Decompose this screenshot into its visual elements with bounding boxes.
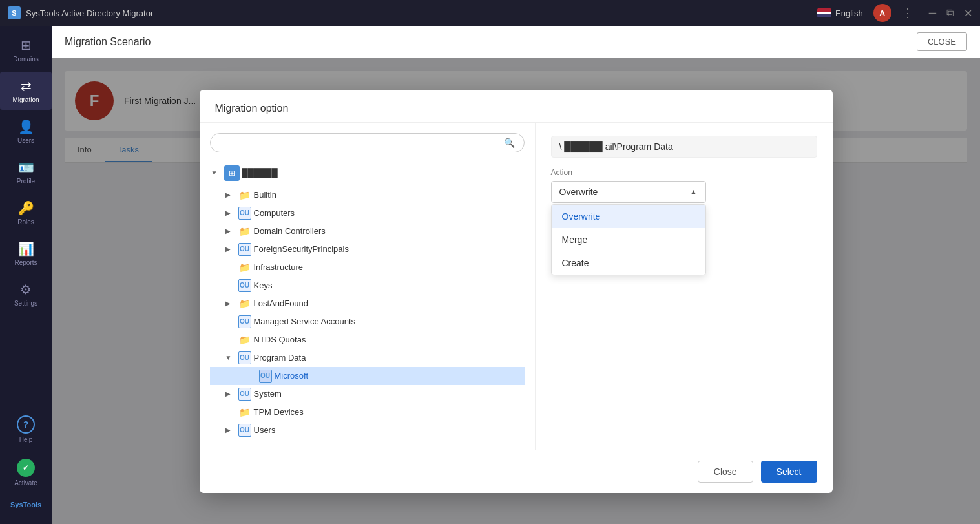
sidebar-item-reports-label: Reports [14,259,37,266]
sidebar-item-help-label: Help [19,436,33,443]
dialog-close-button[interactable]: Close [698,461,753,483]
close-scenario-button[interactable]: CLOSE [917,32,967,51]
tree-node-microsoft[interactable]: ▶ OU Microsoft [210,367,525,385]
tree-node-system[interactable]: ▶ OU System [210,385,525,403]
action-section: Action Overwrite ▲ Overwrite Merge [551,168,817,203]
tree-node-computers[interactable]: ▶ OU Computers [210,204,525,222]
tree-root-label: ██████ [242,168,278,178]
right-panel: \ ██████ ail\Program Data Action Overwri… [536,123,833,450]
tree-search-box[interactable]: 🔍 [210,133,525,152]
user-avatar[interactable]: A [873,4,891,22]
tpm-devices-label: TPM Devices [254,407,523,417]
lost-found-chevron[interactable]: ▶ [225,300,236,307]
dropdown-item-create[interactable]: Create [552,251,705,275]
sidebar-item-help[interactable]: ? Help [0,409,52,450]
sidebar-item-roles-label: Roles [17,218,34,225]
sidebar-item-profile-label: Profile [17,178,35,185]
tree-node-infrastructure[interactable]: ▶ 📁 Infrastructure [210,258,525,277]
action-dropdown[interactable]: Overwrite ▲ Overwrite Merge Create [551,181,817,203]
tree-node-tpm-devices[interactable]: ▶ 📁 TPM Devices [210,403,525,421]
foreign-security-chevron[interactable]: ▶ [225,246,236,253]
system-label: System [254,389,523,399]
dialog-select-button[interactable]: Select [761,461,817,483]
tree-root-row: ▼ ⊞ ██████ [210,163,525,183]
tree-node-foreign-security[interactable]: ▶ OU ForeignSecurityPrincipals [210,240,525,258]
sidebar-item-users[interactable]: 👤 Users [0,112,52,151]
sidebar-item-settings-label: Settings [14,300,37,307]
system-chevron[interactable]: ▶ [225,390,236,397]
tree-search-input[interactable] [220,138,504,147]
computers-chevron[interactable]: ▶ [225,209,236,216]
dropdown-item-merge[interactable]: Merge [552,228,705,251]
sidebar-item-migration[interactable]: ⇄ Migration [0,72,52,110]
program-data-ou-icon: OU [238,351,251,364]
root-chevron[interactable]: ▼ [211,169,222,176]
tree-node-lost-found[interactable]: ▶ 📁 LostAndFound [210,295,525,313]
users-ou-icon: OU [238,424,251,437]
foreign-security-ou-icon: OU [238,243,251,256]
foreign-security-label: ForeignSecurityPrincipals [254,244,523,254]
users-tree-chevron[interactable]: ▶ [225,426,236,434]
ntds-quotas-folder-icon: 📁 [238,333,251,346]
tree-node-users[interactable]: ▶ OU Users [210,421,525,439]
dropdown-caret-icon: ▲ [690,187,698,196]
path-display: \ ██████ ail\Program Data [551,136,817,158]
main-content: F First Migration J... Info Tasks Migrat… [52,58,980,524]
managed-service-ou-icon: OU [238,315,251,328]
dialog-body: 🔍 ▼ ⊞ ██████ ▶ [200,123,833,450]
main-area: Migration Scenario CLOSE F First Migrati… [52,26,980,524]
sidebar-item-domains[interactable]: ⊞ Domains [0,31,52,69]
dropdown-menu: Overwrite Merge Create [551,204,706,275]
tree-node-program-data[interactable]: ▼ OU Program Data [210,349,525,367]
language-selector[interactable]: English [817,8,863,18]
program-data-label: Program Data [254,353,523,362]
systools-logo: SysTools [8,496,44,514]
sidebar-item-domains-label: Domains [13,56,38,63]
domains-icon: ⊞ [21,37,32,53]
close-window-icon[interactable]: ✕ [964,7,972,19]
tree-node-ntds-quotas[interactable]: ▶ 📁 NTDS Quotas [210,331,525,349]
title-bar-controls: English A ⋮ ─ ⧉ ✕ [817,4,972,22]
dropdown-item-overwrite[interactable]: Overwrite [552,205,705,228]
action-current-value: Overwrite [559,187,598,197]
builtin-chevron[interactable]: ▶ [225,191,236,198]
dialog-header: Migration option [200,90,833,123]
sidebar-item-activate[interactable]: ✔ Activate [0,452,52,493]
sidebar-item-profile[interactable]: 🪪 Profile [0,153,52,191]
domain-controllers-label: Domain Controllers [254,226,523,236]
keys-ou-icon: OU [238,279,251,292]
action-dropdown-trigger[interactable]: Overwrite ▲ [551,181,706,203]
search-icon: 🔍 [504,138,515,148]
language-label: English [835,8,863,18]
sidebar-item-roles[interactable]: 🔑 Roles [0,194,52,232]
microsoft-label: Microsoft [275,371,523,381]
builtin-folder-icon: 📁 [238,189,251,202]
keys-label: Keys [254,280,523,290]
sidebar: ⊞ Domains ⇄ Migration 👤 Users 🪪 Profile … [0,26,52,524]
root-icon: ⊞ [224,165,240,181]
infrastructure-label: Infrastructure [254,262,523,272]
domain-controllers-chevron[interactable]: ▶ [225,227,236,235]
flag-icon [817,8,831,17]
app-title: SysTools Active Directory Migrator [26,8,812,18]
program-data-chevron[interactable]: ▼ [225,354,236,361]
managed-service-label: Managed Service Accounts [254,317,523,326]
dialog-title: Migration option [215,103,289,114]
minimize-icon[interactable]: ─ [929,7,936,19]
system-ou-icon: OU [238,388,251,401]
ntds-quotas-label: NTDS Quotas [254,335,523,344]
migration-icon: ⇄ [21,78,32,94]
tree-node-builtin[interactable]: ▶ 📁 Builtin [210,186,525,204]
menu-dots-icon[interactable]: ⋮ [902,6,913,20]
tree-node-keys[interactable]: ▶ OU Keys [210,277,525,295]
tree-node-managed-service[interactable]: ▶ OU Managed Service Accounts [210,313,525,331]
tree-node-domain-controllers[interactable]: ▶ 📁 Domain Controllers [210,222,525,240]
builtin-label: Builtin [254,190,523,200]
action-label: Action [551,168,817,177]
tree-panel: 🔍 ▼ ⊞ ██████ ▶ [200,123,536,450]
sidebar-item-reports[interactable]: 📊 Reports [0,235,52,273]
app-icon: S [8,6,21,19]
main-header: Migration Scenario CLOSE [52,26,980,58]
sidebar-item-settings[interactable]: ⚙ Settings [0,275,52,313]
restore-icon[interactable]: ⧉ [946,7,954,19]
